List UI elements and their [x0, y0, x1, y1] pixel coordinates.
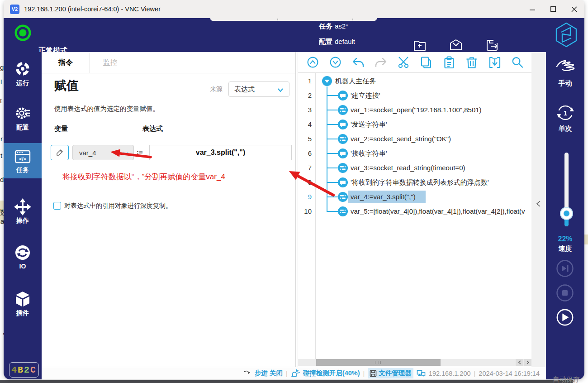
- speed-slider-thumb[interactable]: [561, 208, 572, 219]
- file-manager-button[interactable]: 文件管理器: [368, 368, 413, 378]
- background-glyph: g: [0, 63, 4, 71]
- source-select[interactable]: 表达式: [228, 81, 289, 97]
- page-title: 赋值: [54, 77, 79, 94]
- sidebar-item-io[interactable]: IO: [4, 244, 42, 270]
- captcha-box: 4B2C: [9, 362, 39, 378]
- line-number: 10: [298, 204, 312, 219]
- connection-ip: 192.168.1.200: [429, 370, 471, 377]
- new-file-icon: [412, 38, 427, 53]
- scrollbar-grip: [375, 361, 375, 364]
- collision-status[interactable]: 碰撞检测开启(40%): [303, 369, 360, 378]
- scroll-left-button[interactable]: [516, 359, 523, 366]
- manual-mode-button[interactable]: 手动: [546, 59, 584, 88]
- scrollbar-grip: [380, 361, 381, 364]
- stop-button[interactable]: [556, 284, 574, 302]
- line-number: 7: [298, 161, 312, 175]
- tab-instruction[interactable]: 指令: [42, 52, 90, 73]
- tree-row[interactable]: 4 '发送字符串': [298, 117, 531, 132]
- move-up-button[interactable]: [306, 56, 319, 69]
- search-button[interactable]: [511, 56, 524, 69]
- collision-detect-icon: [291, 369, 300, 377]
- line-number: 1: [298, 74, 312, 88]
- scrollbar-grip: [379, 361, 379, 364]
- step-mode-icon: [243, 370, 251, 377]
- tree-node-text: var_2:=socket_send_string("OK"): [351, 132, 451, 146]
- deep-copy-checkbox[interactable]: [53, 202, 61, 210]
- comment-icon: [338, 91, 348, 101]
- paste-button[interactable]: [443, 56, 455, 69]
- horizontal-scrollbar[interactable]: [298, 359, 531, 366]
- collapse-panel-handle[interactable]: [536, 200, 541, 207]
- step-status[interactable]: 步进 关闭: [255, 369, 283, 378]
- redo-button[interactable]: [375, 56, 387, 69]
- program-tree-panel: 1 机器人主任务 2 '建立连接' 3 var_1:=socket_open("…: [298, 52, 531, 367]
- line-number: 9: [298, 190, 312, 204]
- save-icon: [484, 38, 500, 53]
- copy-button[interactable]: [420, 56, 433, 69]
- tree-row[interactable]: 8 '将收到的字符串数据转换成列表形式的浮点数': [298, 175, 531, 190]
- chevron-down-icon: [277, 88, 284, 92]
- tree-row[interactable]: 6 '接收字符串': [298, 146, 531, 161]
- undo-button[interactable]: [352, 56, 365, 69]
- variable-select[interactable]: var_4: [72, 145, 134, 160]
- expression-label: 表达式: [142, 124, 163, 133]
- hand-icon: [555, 59, 576, 77]
- move-down-button[interactable]: [329, 56, 341, 69]
- single-cycle-button[interactable]: 1 单次: [546, 103, 584, 133]
- panel-gutter: [531, 52, 546, 379]
- scroll-right-button[interactable]: [524, 359, 531, 366]
- tree-row[interactable]: 5 var_2:=socket_send_string("OK"): [298, 132, 531, 146]
- expression-input[interactable]: [149, 145, 292, 160]
- vnc-logo-icon: V2: [10, 5, 19, 14]
- right-sidebar: 手动 1 单次 22% 速度: [546, 52, 584, 379]
- sidebar-item-operate[interactable]: 操作: [4, 198, 42, 225]
- close-button[interactable]: [564, 0, 584, 18]
- run-icon: [14, 60, 31, 77]
- sidebar-item-run[interactable]: 运行: [4, 60, 42, 87]
- app-header: 正常模式 任务 as2* 配置 default 新建 打开: [4, 18, 584, 52]
- background-glyph: 数: [0, 208, 4, 217]
- speed-percentage: 22%: [546, 235, 584, 243]
- deep-copy-label: 对表达式中的引用对象进行深度复制。: [64, 202, 172, 210]
- line-number: 2: [298, 88, 312, 103]
- sidebar-item-plugin[interactable]: 插件: [4, 291, 42, 317]
- captcha-char: 4: [11, 365, 18, 375]
- tree-row[interactable]: 10 var_5:=[float(var_4[0]),float(var_4[1…: [298, 204, 531, 219]
- svg-text:1: 1: [563, 109, 567, 117]
- delete-button[interactable]: [465, 56, 478, 69]
- maximize-button[interactable]: [543, 0, 564, 18]
- tree-row[interactable]: 7 var_3:=socket_read_string(timeout=0): [298, 161, 531, 175]
- tree-row[interactable]: 1 机器人主任务: [298, 74, 531, 88]
- status-separator: |: [474, 370, 476, 377]
- sidebar-item-config[interactable]: 配置: [4, 105, 42, 132]
- tree-row[interactable]: 2 '建立连接': [298, 88, 531, 103]
- edit-variable-button[interactable]: [51, 145, 69, 160]
- collapse-icon[interactable]: [322, 76, 332, 86]
- minimize-button[interactable]: [522, 0, 543, 18]
- cut-button[interactable]: [397, 56, 410, 69]
- tree-row-selected[interactable]: 9 var_4:=var_3.split(","): [298, 190, 531, 204]
- scrollbar-thumb[interactable]: [316, 359, 441, 366]
- assign-icon: [338, 192, 348, 202]
- variable-select-value: var_4: [79, 149, 96, 157]
- step-forward-icon: [556, 259, 574, 278]
- tree-toolbar: [298, 52, 531, 73]
- play-button[interactable]: [556, 308, 574, 326]
- chevron-right-icon: [526, 360, 530, 364]
- panel-description: 使用表达式的值为选定的变量赋值。: [54, 105, 159, 113]
- vnc-toolbar-notch[interactable]: [210, 18, 377, 21]
- brand-logo-icon: [555, 22, 578, 48]
- task-code-icon: </>: [14, 148, 32, 165]
- maximize-icon: [550, 6, 556, 12]
- tab-monitor[interactable]: 监控: [90, 52, 131, 73]
- tree-node-text: 机器人主任务: [335, 74, 376, 88]
- speed-label: 速度: [546, 244, 584, 253]
- network-icon: [417, 370, 426, 377]
- tree-row[interactable]: 3 var_1:=socket_open("192.168.1.100",850…: [298, 103, 531, 117]
- line-number: 8: [298, 175, 312, 190]
- sidebar-item-task[interactable]: </> 任务: [4, 148, 42, 174]
- file-manager-label: 文件管理器: [379, 369, 412, 378]
- step-button[interactable]: [556, 259, 574, 278]
- mode-status-indicator: [14, 24, 32, 42]
- insert-button[interactable]: [488, 56, 501, 69]
